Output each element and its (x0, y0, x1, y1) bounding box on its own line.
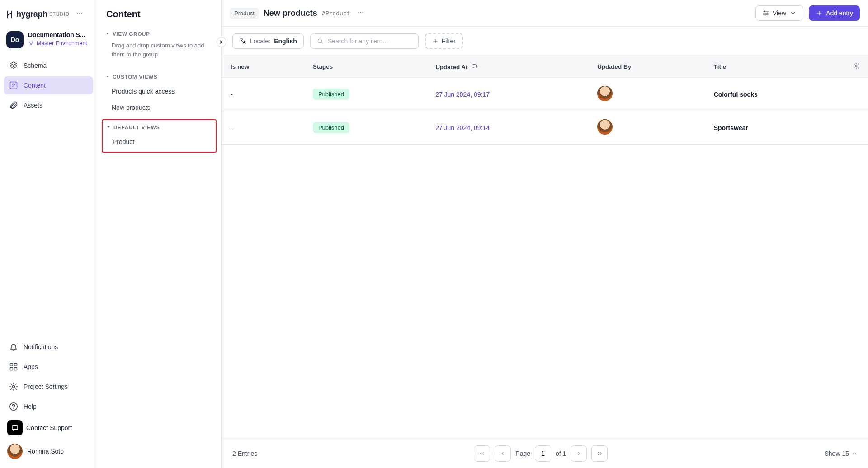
sort-desc-icon (472, 63, 478, 69)
brand-sub: STUDIO (49, 12, 70, 17)
group-default-views[interactable]: DEFAULT VIEWS (105, 123, 216, 132)
secondary-sidebar: Content VIEW GROUP Drag and drop custom … (97, 0, 222, 468)
add-entry-button[interactable]: Add entry (809, 5, 860, 21)
brand-more-icon[interactable] (73, 8, 86, 20)
topbar: Product New products #Product View Add e… (222, 0, 868, 27)
title-cell: Colorful socks (705, 78, 844, 111)
title-more-icon[interactable] (354, 7, 367, 19)
filter-bar: Locale: English Filter (222, 27, 868, 56)
page-title: New products (264, 9, 317, 18)
table-footer: 2 Entries Page of 1 Show 15 (222, 439, 868, 468)
next-page-button[interactable] (571, 445, 587, 462)
view-item-product[interactable]: Product (105, 134, 213, 150)
first-page-button[interactable] (474, 445, 490, 462)
brand-logo[interactable]: hygraph STUDIO (5, 9, 70, 19)
svg-point-15 (855, 65, 857, 67)
svg-rect-5 (14, 364, 17, 366)
col-is-new[interactable]: Is new (222, 56, 304, 78)
nav-user[interactable]: Romina Soto (4, 440, 93, 463)
view-item-new-products[interactable]: New products (104, 99, 214, 116)
svg-point-2 (81, 13, 82, 14)
svg-rect-7 (14, 368, 17, 370)
project-selector[interactable]: Do Documentation S... Master Environment (4, 28, 93, 56)
collapse-icon (219, 39, 224, 45)
nav-content[interactable]: Content (4, 76, 93, 94)
svg-point-0 (77, 13, 78, 14)
title-cell: Sportswear (705, 111, 844, 145)
page-input[interactable] (535, 445, 551, 462)
svg-rect-4 (10, 364, 13, 366)
col-updated-at[interactable]: Updated At (426, 56, 588, 78)
chat-icon (7, 420, 23, 435)
svg-point-11 (359, 12, 359, 13)
gear-icon (9, 382, 18, 391)
svg-point-12 (360, 12, 361, 13)
nav-help[interactable]: Help (4, 398, 93, 416)
help-icon (9, 402, 18, 411)
sliders-icon (762, 9, 769, 17)
updated-by-avatar (597, 86, 613, 101)
svg-point-8 (13, 386, 15, 388)
edit-icon (9, 81, 18, 90)
svg-rect-10 (12, 426, 18, 430)
stage-badge: Published (313, 89, 349, 100)
table-row[interactable]: - Published 27 Jun 2024, 09:17 Colorful … (222, 78, 868, 111)
last-page-button[interactable] (591, 445, 608, 462)
table-row[interactable]: - Published 27 Jun 2024, 09:14 Sportswea… (222, 111, 868, 145)
col-title[interactable]: Title (705, 56, 844, 78)
page-size-selector[interactable]: Show 15 (825, 450, 857, 457)
svg-point-13 (363, 12, 363, 13)
chevron-down-icon (105, 32, 110, 36)
nav-contact-support[interactable]: Contact Support (4, 417, 93, 438)
plus-icon (816, 9, 823, 17)
search-input[interactable] (328, 37, 412, 45)
chevron-down-icon (106, 125, 111, 130)
nav-assets[interactable]: Assets (4, 96, 93, 114)
brand-name: hygraph (16, 9, 47, 19)
view-item-products-quick-access[interactable]: Products quick access (104, 83, 214, 99)
attachment-icon (9, 101, 18, 110)
collapse-sidebar-button[interactable] (217, 37, 226, 47)
updated-by-avatar (597, 119, 613, 135)
primary-sidebar: hygraph STUDIO Do Documentation S... Mas… (0, 0, 97, 468)
nav-notifications[interactable]: Notifications (4, 338, 93, 356)
entry-count: 2 Entries (232, 450, 257, 457)
model-badge[interactable]: Product (230, 8, 259, 19)
stage-badge: Published (313, 122, 349, 133)
layers-icon (9, 61, 18, 70)
chevron-down-icon (105, 75, 110, 79)
search-box[interactable] (310, 33, 419, 49)
project-avatar: Do (6, 31, 24, 48)
view-button[interactable]: View (755, 5, 803, 21)
entries-table: Is new Stages Updated At Updated By Titl… (222, 56, 868, 145)
translate-icon (239, 37, 246, 45)
plus-icon (432, 38, 439, 44)
svg-rect-6 (10, 368, 13, 370)
prev-page-button[interactable] (495, 445, 511, 462)
locale-selector[interactable]: Locale: English (232, 33, 304, 49)
highlighted-default-views: DEFAULT VIEWS Product (102, 119, 217, 153)
add-filter-button[interactable]: Filter (425, 33, 463, 49)
col-settings[interactable] (844, 56, 868, 78)
svg-rect-3 (10, 82, 17, 89)
bell-icon (9, 342, 18, 351)
nav-apps[interactable]: Apps (4, 358, 93, 376)
grid-icon (9, 362, 18, 371)
nav-project-settings[interactable]: Project Settings (4, 378, 93, 396)
svg-point-1 (79, 13, 80, 14)
search-icon (317, 37, 323, 45)
user-avatar (7, 444, 23, 459)
group-custom-views[interactable]: CUSTOM VIEWS (104, 72, 214, 81)
project-name: Documentation S... (28, 31, 87, 38)
updated-at-cell: 27 Jun 2024, 09:17 (426, 78, 588, 111)
chevron-down-icon (852, 451, 857, 456)
environment-label: Master Environment (28, 40, 87, 47)
group-view-group[interactable]: VIEW GROUP (104, 29, 214, 38)
nav-schema[interactable]: Schema (4, 56, 93, 75)
updated-at-cell: 27 Jun 2024, 09:14 (426, 111, 588, 145)
model-hash: #Product (322, 10, 350, 17)
col-stages[interactable]: Stages (304, 56, 426, 78)
chevron-down-icon (789, 9, 797, 17)
col-updated-by[interactable]: Updated By (588, 56, 705, 78)
main-content: Product New products #Product View Add e… (222, 0, 868, 468)
